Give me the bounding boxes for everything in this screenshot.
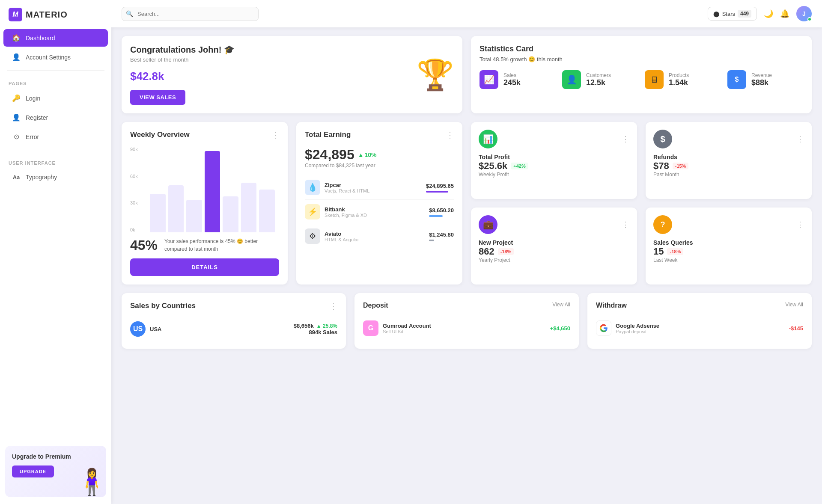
deposit-gumroad: G Gumroad Account Sell UI Kit +$4,650 [363, 316, 570, 340]
earning-title: Total Earning [305, 130, 351, 139]
sidebar-item-label: Dashboard [26, 35, 55, 42]
y-label-90k: 90k [130, 147, 138, 152]
weekly-menu-icon[interactable]: ⋮ [271, 130, 279, 140]
top-row: Congratulations John! 🎓 Best seller of t… [122, 36, 812, 113]
register-icon: 👤 [12, 113, 21, 122]
sidebar-item-label: Typography [26, 174, 57, 181]
github-count: 449 [738, 10, 751, 18]
products-value: 1.54k [669, 78, 689, 87]
bar-4 [205, 151, 220, 232]
refunds-value: $78 [653, 160, 669, 172]
account-icon: 👤 [12, 53, 21, 61]
deposit-card: Deposit View All G Gumroad Account Sell … [354, 293, 579, 349]
nav-divider [7, 70, 104, 71]
topbar: 🔍 ⬤ Stars 449 🌙 🔔 J [111, 0, 822, 27]
revenue-value: $88k [751, 78, 772, 87]
trophy-icon: 🏆 [417, 57, 454, 92]
weekly-details-button[interactable]: DETAILS [130, 258, 279, 276]
profit-menu-icon[interactable]: ⋮ [622, 134, 629, 144]
bitbank-amount: $8,650.20 [429, 207, 454, 213]
usa-sales: 894k Sales [294, 329, 337, 335]
y-label-60k: 60k [130, 174, 138, 179]
deposit-view-all[interactable]: View All [552, 302, 570, 308]
earning-item-aviato: ⚙ Aviato HTML & Angular $1,245.80 [305, 224, 454, 248]
sidebar-item-typography[interactable]: Aa Typography [3, 169, 108, 185]
queries-menu-icon[interactable]: ⋮ [796, 220, 804, 229]
countries-menu-icon[interactable]: ⋮ [330, 302, 337, 311]
github-stars-button[interactable]: ⬤ Stars 449 [708, 7, 757, 21]
upgrade-button[interactable]: UPGRADE [12, 465, 54, 477]
login-icon: 🔑 [12, 94, 21, 102]
refunds-menu-icon[interactable]: ⋮ [796, 134, 804, 144]
statistics-items: 📈 Sales 245k 👤 Customers 12.5k [480, 70, 803, 89]
sales-label: Sales [503, 72, 521, 78]
sales-queries-card: ? ⋮ Sales Queries 15 -18% Last Week [646, 208, 812, 285]
user-avatar[interactable]: J [796, 6, 812, 21]
usa-flag: US [130, 321, 146, 337]
new-project-card: 💼 ⋮ New Project 862 -18% Yearly Project [471, 208, 637, 285]
project-label: Yearly Project [479, 257, 629, 263]
google-name: Google Adsense [616, 323, 659, 329]
withdraw-view-all[interactable]: View All [785, 302, 803, 308]
project-icon: 💼 [479, 215, 497, 234]
search-input[interactable] [122, 7, 259, 21]
customers-icon: 👤 [562, 70, 581, 89]
search-icon: 🔍 [126, 10, 133, 17]
earning-item-bitbank: ⚡ Bitbank Sketch, Figma & XD $8,650.20 [305, 200, 454, 224]
profit-label: Weekly Profit [479, 172, 629, 178]
weekly-header: Weekly Overview ⋮ [130, 130, 279, 140]
earning-compare: Compared to $84,325 last year [305, 163, 454, 169]
sidebar-item-error[interactable]: ⊙ Error [3, 128, 108, 145]
sidebar-item-label: Account Settings [26, 54, 71, 61]
bitbank-bar [429, 215, 443, 217]
google-sub: Paypal deposit [616, 329, 659, 334]
project-menu-icon[interactable]: ⋮ [622, 220, 629, 229]
aviato-logo: ⚙ [305, 228, 320, 244]
earning-header: Total Earning ⋮ [305, 130, 454, 140]
pages-section-label: PAGES [0, 74, 111, 89]
view-sales-button[interactable]: VIEW SALES [130, 90, 185, 105]
refunds-badge: -15% [673, 163, 689, 169]
gumroad-logo: G [363, 320, 378, 336]
online-dot [807, 17, 812, 21]
y-label-30k: 30k [130, 200, 138, 205]
bitbank-logo: ⚡ [305, 204, 320, 219]
ui-section-label: USER INTERFACE [0, 154, 111, 168]
gumroad-name: Gumroad Account [383, 323, 431, 329]
zipcar-amount: $24,895.65 [426, 183, 454, 189]
sidebar-item-account-settings[interactable]: 👤 Account Settings [3, 48, 108, 66]
sidebar-item-label: Register [26, 114, 48, 121]
congrats-subtitle: Best seller of the month [130, 56, 454, 63]
queries-value: 15 [653, 246, 664, 257]
queries-title: Sales Queries [653, 239, 804, 246]
avatar-initials: J [802, 10, 806, 17]
bottom-row: Sales by Countries ⋮ US USA $8,656k ▲ 25… [122, 293, 812, 349]
customers-label: Customers [586, 72, 611, 78]
bitbank-sub: Sketch, Figma & XD [325, 213, 367, 218]
earning-menu-icon[interactable]: ⋮ [446, 130, 454, 140]
earning-value: $24,895 [305, 147, 354, 163]
sidebar-item-login[interactable]: 🔑 Login [3, 89, 108, 107]
zipcar-bar [426, 191, 448, 193]
github-label: Stars [722, 11, 735, 17]
weekly-chart: 90k 60k 30k 0k [130, 147, 279, 232]
stat-revenue: $ Revenue $88k [727, 70, 803, 89]
countries-title: Sales by Countries [130, 302, 196, 310]
usa-amount: $8,656k [294, 323, 314, 329]
sidebar-item-dashboard[interactable]: 🏠 Dashboard [3, 29, 108, 47]
sidebar-item-register[interactable]: 👤 Register [3, 109, 108, 126]
earning-growth: ▲ 10% [358, 151, 377, 158]
sidebar-item-label: Error [26, 133, 39, 140]
statistics-card: Statistics Card Total 48.5% growth 😊 thi… [471, 36, 812, 113]
queries-label: Last Week [653, 257, 804, 263]
bar-5 [223, 196, 238, 232]
notification-icon[interactable]: 🔔 [780, 9, 789, 18]
deposit-header: Deposit View All [363, 302, 570, 309]
queries-badge: -18% [667, 248, 683, 255]
earning-item-zipcar: 💧 Zipcar Vuejs, React & HTML $24,895.65 [305, 175, 454, 200]
moon-icon[interactable]: 🌙 [764, 9, 773, 18]
aviato-name: Aviato [325, 231, 359, 237]
usa-name: USA [150, 326, 161, 332]
upgrade-title: Upgrade to Premium [12, 453, 99, 461]
bar-1 [150, 194, 166, 232]
